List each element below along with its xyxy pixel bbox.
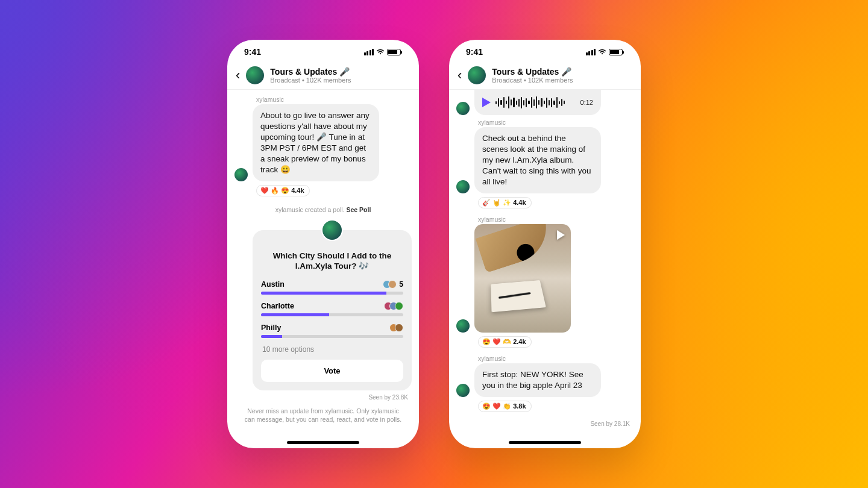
sender-name: xylamusic <box>478 119 641 126</box>
reaction-pill[interactable]: 😍 ❤️ 👏 3.8k <box>478 401 532 412</box>
message-bubble[interactable]: First stop: NEW YORK! See you in the big… <box>474 363 601 397</box>
poll-bar <box>261 313 403 316</box>
back-button[interactable]: ‹ <box>236 67 240 83</box>
poll-option[interactable]: Charlotte <box>261 302 403 316</box>
poll-voters <box>384 302 403 310</box>
poll-option-name: Charlotte <box>261 302 294 310</box>
header-avatar[interactable] <box>468 66 486 84</box>
waveform-icon <box>495 96 576 109</box>
channel-subtitle: Broadcast • 102K members <box>492 77 573 84</box>
sender-avatar[interactable] <box>456 180 470 193</box>
channel-footnote: Never miss an update from xylamusic. Onl… <box>449 427 641 435</box>
header-text[interactable]: Tours & Updates 🎤 Broadcast • 102K membe… <box>492 67 573 84</box>
see-poll-link[interactable]: See Poll <box>347 206 371 213</box>
poll-option[interactable]: Austin 5 <box>261 280 403 295</box>
chat-header: ‹ Tours & Updates 🎤 Broadcast • 102K mem… <box>227 64 419 90</box>
seen-by: Seen by 28.1K <box>449 417 641 427</box>
audio-message[interactable]: 0:12 <box>474 90 601 115</box>
poll-more-options[interactable]: 10 more options <box>262 345 403 354</box>
header-avatar[interactable] <box>246 66 264 84</box>
message-row: Check out a behind the scenes look at th… <box>449 127 641 195</box>
wifi-icon <box>598 49 606 55</box>
poll-option[interactable]: Philly <box>261 324 403 338</box>
status-time: 9:41 <box>244 47 261 57</box>
phone-left: 9:41 ‹ Tours & Updates 🎤 Broadcast • 102… <box>227 40 419 448</box>
signal-icon <box>364 49 374 55</box>
channel-footnote: Never miss an update from xylamusic. Onl… <box>227 401 419 424</box>
status-time: 9:41 <box>466 47 483 57</box>
reaction-emojis: 🎸 🤘 ✨ <box>482 199 511 207</box>
battery-icon <box>387 49 401 55</box>
poll-card: Which City Should I Add to the I.Am.Xyla… <box>253 230 412 390</box>
home-indicator[interactable] <box>509 441 581 444</box>
status-bar: 9:41 <box>227 40 419 64</box>
notebook-graphic <box>491 280 546 312</box>
reaction-emojis: 😍 ❤️ 👏 <box>482 402 511 410</box>
chat-header: ‹ Tours & Updates 🎤 Broadcast • 102K mem… <box>449 64 641 90</box>
play-icon[interactable] <box>557 230 565 240</box>
reaction-count: 3.8k <box>513 402 526 410</box>
poll-option-name: Austin <box>261 280 285 289</box>
message-feed[interactable]: 0:12 xylamusic Check out a behind the sc… <box>449 90 641 435</box>
sender-avatar[interactable] <box>456 102 470 115</box>
header-text[interactable]: Tours & Updates 🎤 Broadcast • 102K membe… <box>270 67 351 84</box>
poll-question: Which City Should I Add to the I.Am.Xyla… <box>261 251 403 272</box>
back-button[interactable]: ‹ <box>458 67 462 83</box>
poll-avatar <box>321 219 343 241</box>
battery-icon <box>609 49 623 55</box>
vote-button[interactable]: Vote <box>261 360 403 382</box>
video-message[interactable] <box>474 224 571 333</box>
status-bar: 9:41 <box>449 40 641 64</box>
poll-bar <box>261 335 403 338</box>
message-bubble[interactable]: Check out a behind the scenes look at th… <box>474 127 601 193</box>
reaction-count: 4.4k <box>513 199 526 206</box>
sender-avatar[interactable] <box>456 319 470 333</box>
message-row: First stop: NEW YORK! See you in the big… <box>449 363 641 398</box>
poll-voters: 5 <box>383 280 403 289</box>
reaction-pill[interactable]: 😍 ❤️ 🫶 2.4k <box>478 336 532 348</box>
poll-option-name: Philly <box>261 324 281 332</box>
sender-name: xylamusic <box>256 96 419 103</box>
reaction-emojis: ❤️ 🔥 😍 <box>260 187 289 195</box>
channel-title: Tours & Updates 🎤 <box>492 67 573 77</box>
message-bubble[interactable]: About to go live to answer any questions… <box>253 104 379 181</box>
poll-created-notice: xylamusic created a poll. See Poll <box>227 206 419 213</box>
sender-name: xylamusic <box>478 216 641 223</box>
guitar-graphic <box>476 224 556 273</box>
reaction-emojis: 😍 ❤️ 🫶 <box>482 338 511 346</box>
message-row: 0:12 <box>449 93 641 116</box>
channel-subtitle: Broadcast • 102K members <box>270 77 351 84</box>
message-row <box>449 224 641 334</box>
status-icons <box>364 49 401 55</box>
wifi-icon <box>376 49 385 55</box>
poll-voters <box>389 324 403 332</box>
message-feed[interactable]: xylamusic About to go live to answer any… <box>227 90 419 435</box>
poll-bar <box>261 292 403 295</box>
sender-avatar[interactable] <box>456 384 470 397</box>
play-icon[interactable] <box>482 98 491 107</box>
sender-name: xylamusic <box>478 355 641 362</box>
signal-icon <box>586 49 596 55</box>
status-icons <box>586 49 623 55</box>
seen-by: Seen by 23.8K <box>227 390 419 401</box>
reaction-count: 4.4k <box>291 187 304 194</box>
reaction-count: 2.4k <box>513 338 526 345</box>
message-row: About to go live to answer any questions… <box>227 104 419 183</box>
phone-right: 9:41 ‹ Tours & Updates 🎤 Broadcast • 102… <box>449 40 641 448</box>
sender-avatar[interactable] <box>234 168 248 181</box>
channel-title: Tours & Updates 🎤 <box>270 67 351 77</box>
reaction-pill[interactable]: ❤️ 🔥 😍 4.4k <box>256 185 310 196</box>
home-indicator[interactable] <box>287 441 359 444</box>
reaction-pill[interactable]: 🎸 🤘 ✨ 4.4k <box>478 197 532 208</box>
audio-duration: 0:12 <box>580 98 593 107</box>
